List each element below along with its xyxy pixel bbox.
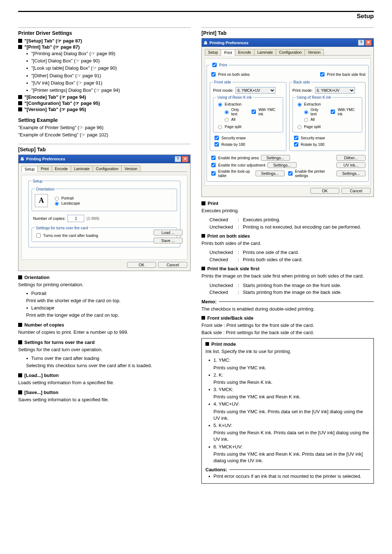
tab-configuration[interactable]: Configuration <box>276 49 305 55</box>
tab-print[interactable]: Print <box>221 49 235 56</box>
radio-portrait[interactable] <box>55 197 59 201</box>
checkbox-enable-color[interactable] <box>211 163 216 167</box>
turns-legend: Settings for turns over the card <box>35 226 89 230</box>
tab-laminate[interactable]: Laminate <box>71 165 93 172</box>
label-all-back: All <box>311 117 315 122</box>
pm-2b: Prints using the Resin K ink. <box>213 379 370 386</box>
settings-button-color[interactable]: Settings... <box>268 162 297 168</box>
cancel-button[interactable]: Cancel <box>158 262 187 268</box>
setup-dialog-screenshot: 🖶Printing Preferences ? ✕ Setup Print En… <box>18 155 191 271</box>
checkbox-enable-printer[interactable] <box>288 171 293 176</box>
radio-page-split-front[interactable] <box>218 125 222 129</box>
bullet-icon <box>208 386 211 393</box>
front-side-legend: Front side <box>213 80 232 84</box>
label-security: Security erase <box>221 136 246 140</box>
checkbox-security-front[interactable] <box>215 136 219 140</box>
number-of-copies-input[interactable] <box>68 215 84 222</box>
select-print-mode-back[interactable]: 6. YMCK+UV <box>315 87 355 94</box>
memo-label: Memo: <box>201 299 217 304</box>
checkbox-with-ymc-front[interactable] <box>252 110 256 114</box>
label-both-sides: Print on both sides <box>218 72 250 77</box>
tab-laminate[interactable]: Laminate <box>254 49 276 55</box>
ref-lookup: "[Look up table] Dialog Box" (☞ page 90) <box>31 65 117 71</box>
tab-print[interactable]: Print <box>37 165 52 172</box>
label-with-ymc: With YMC ink <box>258 107 280 116</box>
radio-only-text-front[interactable] <box>225 110 229 114</box>
checkbox-back-first[interactable] <box>320 72 324 77</box>
ok-button[interactable]: OK <box>310 188 339 194</box>
resin-legend-back: Using of Resin K ink <box>296 95 332 99</box>
checkbox-both-sides[interactable] <box>211 72 216 77</box>
print-mode-box: Print mode Ink list. Specify the ink to … <box>201 338 374 484</box>
square-icon <box>201 234 205 238</box>
label-rotate-back: Rotate by 180 <box>301 142 324 147</box>
heading-back-first: Print the back side first <box>207 266 260 271</box>
kv-sep: : <box>238 223 243 231</box>
radio-extraction-back[interactable] <box>298 103 302 107</box>
tab-version[interactable]: Version <box>305 49 324 55</box>
label-security-back: Security erase <box>301 136 325 140</box>
right-column: [Print] Tab 🖶Printing Preferences ? ✕ Se… <box>201 27 374 484</box>
save-button[interactable]: Save ... <box>154 238 183 243</box>
text-portrait: Portrait <box>31 290 46 297</box>
dialog-tabs: Setup Print Encode Laminate Configuratio… <box>205 49 371 56</box>
kv-key: Checked <box>209 216 238 223</box>
close-icon[interactable]: ✕ <box>182 156 188 162</box>
bullet-icon <box>208 444 211 450</box>
checkbox-with-ymc-back[interactable] <box>331 110 335 114</box>
left-column: Printer Driver Settings "[Setup] Tab" (☞… <box>18 27 191 484</box>
radio-all-front[interactable] <box>225 118 229 122</box>
tab-encode[interactable]: Encode <box>235 49 254 55</box>
tab-setup[interactable]: Setup <box>205 49 221 55</box>
label-rotate: Rotate by 180 <box>221 142 245 147</box>
tab-configuration[interactable]: Configuration <box>93 165 122 172</box>
select-print-mode-front[interactable]: 6. YMCK+UV <box>236 87 275 94</box>
settings-button-lookup[interactable]: Settings... <box>256 171 285 176</box>
heading-front-back: Front side/Back side <box>207 315 253 321</box>
settings-button-area[interactable]: Settings... <box>261 155 290 161</box>
settings-button-printer[interactable]: Settings... <box>336 171 366 176</box>
checkbox-print[interactable] <box>212 63 217 67</box>
checkbox-enable-lookup[interactable] <box>211 171 216 176</box>
rule <box>18 144 191 144</box>
radio-extraction-front[interactable] <box>218 103 222 107</box>
kv-key: Checked <box>209 289 238 296</box>
radio-all-back[interactable] <box>304 118 308 122</box>
uvink-button[interactable]: UV ink... <box>336 162 366 168</box>
text-fsbs-1: Front side : Print settings for the fron… <box>201 322 374 329</box>
bullet-icon <box>208 401 211 407</box>
help-icon[interactable]: ? <box>358 40 364 46</box>
text-setting-example-2: "Example of Encode Setting" (☞ page 102) <box>18 132 191 138</box>
tab-setup[interactable]: Setup <box>21 166 38 172</box>
bullet-icon <box>208 422 211 429</box>
ref-encode-tab: "[Encode] Tab" (☞ page 94) <box>24 94 86 100</box>
radio-only-text-back[interactable] <box>304 110 308 114</box>
close-icon[interactable]: ✕ <box>365 40 372 46</box>
square-icon <box>18 373 22 377</box>
radio-landscape[interactable] <box>55 202 59 206</box>
tab-version[interactable]: Version <box>121 165 140 172</box>
pm-6a: 6. YMCK+UV: <box>213 444 243 450</box>
label-with-ymc-back: With YMC ink <box>338 107 359 116</box>
square-icon <box>205 342 209 346</box>
text-landscape-desc: Print with the longer edge of the card o… <box>26 312 191 319</box>
cancel-button[interactable]: Cancel <box>342 188 371 194</box>
kv-key: Unchecked <box>209 223 238 231</box>
heading-print: Print <box>208 201 219 206</box>
load-button[interactable]: Load ... <box>154 230 183 235</box>
ok-button[interactable]: OK <box>127 262 156 268</box>
label-print-mode-back: Print mode: <box>293 88 313 93</box>
checkbox-enable-area[interactable] <box>211 156 216 160</box>
tab-encode[interactable]: Encode <box>52 165 71 172</box>
checkbox-security-back[interactable] <box>294 136 298 140</box>
radio-page-split-back[interactable] <box>298 125 302 129</box>
checkbox-rotate-front[interactable] <box>215 142 219 147</box>
bullet-icon <box>26 58 29 64</box>
dither-button[interactable]: Dither... <box>336 155 366 161</box>
square-icon <box>18 45 22 49</box>
help-icon[interactable]: ? <box>175 156 181 162</box>
checkbox-rotate-back[interactable] <box>294 142 298 147</box>
text-fsbs-2: Back side : Print settings for the back … <box>201 329 374 336</box>
checkbox-turns-over[interactable] <box>36 233 41 238</box>
heading-number-of-copies: Number of copies <box>24 322 64 328</box>
